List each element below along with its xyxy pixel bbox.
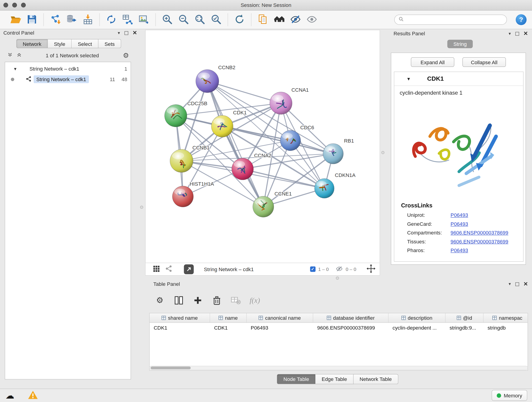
table-settings-gear-icon[interactable]: ⚙ <box>154 294 165 306</box>
import-table-button[interactable] <box>80 12 96 27</box>
table-cell[interactable]: stringdb:9... <box>445 323 483 332</box>
panel-menu-icon[interactable]: ▾ <box>118 30 120 36</box>
network-row-selected[interactable]: String Network – cdk1 11 48 <box>5 74 131 85</box>
float-panel-icon[interactable] <box>515 282 519 286</box>
open-session-button[interactable] <box>7 12 24 27</box>
tab-edge-table[interactable]: Edge Table <box>316 374 354 384</box>
network-node-CCNA2[interactable] <box>232 158 253 180</box>
tab-network[interactable]: Network <box>16 39 48 48</box>
network-from-table-button[interactable] <box>119 12 136 27</box>
table-row[interactable]: CDK1CDK1P064939606.ENSP00000378699cyclin… <box>150 323 528 332</box>
import-network-database-button[interactable] <box>63 12 80 27</box>
show-all-button[interactable] <box>304 12 320 27</box>
collapse-all-tree-icon[interactable] <box>17 52 22 58</box>
column-header-database-identifier[interactable]: database identifier <box>313 313 389 322</box>
tab-select[interactable]: Select <box>72 39 99 48</box>
expand-all-tree-icon[interactable] <box>7 52 13 58</box>
table-cell[interactable]: 9606.ENSP00000378699 <box>313 323 389 332</box>
tab-node-table[interactable]: Node Table <box>277 374 316 384</box>
table-cell[interactable]: CDK1 <box>210 323 247 332</box>
string-results-tab[interactable]: String <box>447 40 473 48</box>
disclosure-triangle-icon[interactable]: ▼ <box>406 76 411 81</box>
column-header-name[interactable]: name <box>210 313 247 322</box>
add-column-icon[interactable] <box>192 294 203 306</box>
collapse-all-button[interactable]: Collapse All <box>462 57 506 67</box>
column-header--id[interactable]: @id <box>445 313 483 322</box>
crosslink-value-link[interactable]: P06493 <box>451 248 468 253</box>
hidden-eye-slash-icon[interactable] <box>336 266 343 273</box>
show-columns-icon[interactable] <box>173 294 184 306</box>
left-splitter-handle[interactable] <box>140 206 143 209</box>
table-cell[interactable]: CDK1 <box>150 323 210 332</box>
table-cell[interactable]: cyclin-dependent ... <box>389 323 446 332</box>
network-node-CCNB2[interactable] <box>196 70 219 93</box>
column-header-shared-name[interactable]: shared name <box>150 313 210 322</box>
float-panel-icon[interactable] <box>515 32 519 35</box>
birds-eye-view-icon[interactable] <box>153 265 160 273</box>
right-splitter-handle[interactable] <box>381 151 384 154</box>
warning-icon[interactable] <box>28 390 38 400</box>
clone-network-button[interactable] <box>103 12 119 27</box>
network-edge[interactable] <box>243 169 324 188</box>
tab-sets[interactable]: Sets <box>99 39 121 48</box>
network-node-CCNB1[interactable] <box>170 149 193 172</box>
network-edge[interactable] <box>222 126 333 154</box>
network-node-CCNE1[interactable] <box>253 196 274 217</box>
memory-button[interactable]: Memory <box>492 390 527 401</box>
export-image-button[interactable] <box>136 12 152 27</box>
gene-section-header[interactable]: ▼ CDK1 <box>394 72 523 86</box>
import-network-file-button[interactable] <box>47 12 63 27</box>
network-node-CDK1[interactable] <box>211 115 233 137</box>
network-node-CDKN1A[interactable] <box>315 179 334 198</box>
scrollbar-thumb[interactable] <box>151 366 191 369</box>
column-header-description[interactable]: description <box>389 313 446 322</box>
network-node-CCNA1[interactable] <box>270 92 292 114</box>
string-network-graph[interactable]: CCNB2CCNA1CDC25BCDK1CDC6RB1CCNB1CCNA2CDK… <box>146 30 380 263</box>
close-panel-icon[interactable]: ✕ <box>523 281 528 287</box>
column-header-canonical-name[interactable]: canonical name <box>247 313 313 322</box>
delete-column-trash-icon[interactable] <box>211 294 222 306</box>
hide-selected-button[interactable] <box>287 12 304 27</box>
expand-all-button[interactable]: Expand All <box>411 57 454 67</box>
close-panel-icon[interactable]: ✕ <box>523 31 528 36</box>
pan-crosshair-icon[interactable] <box>366 264 375 274</box>
gear-icon[interactable]: ⚙ <box>123 52 129 59</box>
save-session-button[interactable] <box>24 12 40 27</box>
network-node-CDC6[interactable] <box>280 130 301 151</box>
open-in-new-window-button[interactable] <box>184 264 194 274</box>
share-network-icon[interactable] <box>165 265 172 274</box>
crosslink-value-link[interactable]: 9606.ENSP00000378699 <box>451 239 508 244</box>
search-box[interactable] <box>394 15 507 25</box>
network-node-HIST1H1A[interactable] <box>172 186 193 207</box>
table-cell[interactable]: P06493 <box>247 323 313 332</box>
network-canvas[interactable]: CCNB2CCNA1CDC25BCDK1CDC6RB1CCNB1CCNA2CDK… <box>145 30 380 275</box>
panel-menu-icon[interactable]: ▾ <box>509 281 511 287</box>
disclosure-triangle-icon[interactable]: ▼ <box>13 66 17 71</box>
crosslink-value-link[interactable]: P06493 <box>451 221 468 227</box>
table-cell[interactable]: stringdb <box>483 323 528 332</box>
column-header-namespac[interactable]: namespac <box>483 313 528 322</box>
table-horizontal-scrollbar[interactable] <box>149 366 528 370</box>
network-node-CDC25B[interactable] <box>165 104 187 127</box>
close-panel-icon[interactable]: ✕ <box>133 30 137 36</box>
zoom-selected-button[interactable] <box>208 12 224 27</box>
network-collection-row[interactable]: ▼ String Network – cdk1 1 <box>5 64 131 74</box>
apply-layout-button[interactable] <box>231 12 248 27</box>
zoom-out-button[interactable] <box>176 12 192 27</box>
crosslink-value-link[interactable]: 9606.ENSP00000378699 <box>451 230 508 236</box>
search-input[interactable] <box>406 17 502 23</box>
horizontal-splitter-handle[interactable] <box>336 277 339 280</box>
tab-network-table[interactable]: Network Table <box>354 374 398 384</box>
copy-document-button[interactable] <box>255 12 271 27</box>
selected-checkbox-icon[interactable]: ✓ <box>310 266 316 272</box>
home-views-button[interactable] <box>271 12 287 27</box>
panel-menu-icon[interactable]: ▾ <box>509 31 511 37</box>
zoom-fit-button[interactable] <box>192 12 208 27</box>
crosslink-value-link[interactable]: P06493 <box>451 212 468 218</box>
tab-style[interactable]: Style <box>48 39 72 48</box>
float-panel-icon[interactable] <box>124 31 128 35</box>
network-edge[interactable] <box>207 81 263 207</box>
cloud-icon[interactable]: ☁ <box>6 391 14 400</box>
zoom-in-button[interactable] <box>159 12 176 27</box>
help-button[interactable]: ? <box>516 14 526 25</box>
